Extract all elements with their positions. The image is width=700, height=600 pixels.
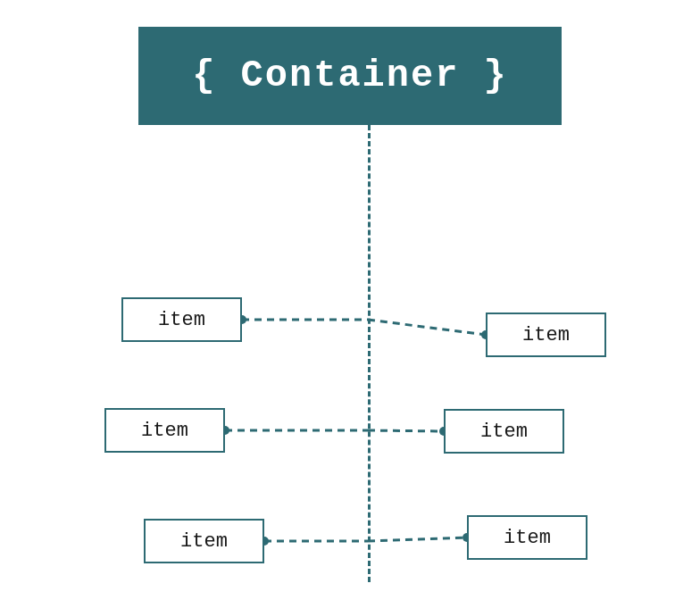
svg-line-1 (368, 320, 486, 335)
right-item-1-label: item (522, 324, 570, 346)
left-item-2-label: item (141, 420, 188, 442)
right-item-3: item (467, 515, 588, 560)
left-item-2: item (104, 408, 225, 453)
right-item-2-label: item (480, 421, 528, 443)
right-item-3-label: item (504, 527, 551, 549)
svg-line-5 (368, 430, 444, 431)
left-item-1: item (121, 297, 242, 342)
left-item-1-label: item (158, 309, 205, 331)
left-item-3: item (144, 519, 264, 563)
svg-line-9 (368, 538, 467, 541)
left-item-3-label: item (180, 530, 228, 553)
center-line (368, 125, 371, 582)
container-title: { Container } (192, 54, 508, 97)
right-item-2: item (444, 409, 564, 454)
right-item-1: item (486, 312, 606, 357)
container-header: { Container } (138, 27, 562, 125)
